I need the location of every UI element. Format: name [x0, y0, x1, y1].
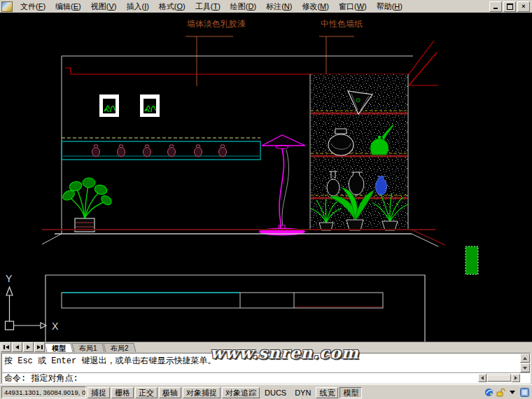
menu-dimension[interactable]: 标注(N) — [261, 0, 297, 13]
status-toggle-snap[interactable]: 捕捉 — [88, 387, 110, 398]
display-cabinet — [310, 74, 409, 230]
status-toggle-polar[interactable]: 极轴 — [159, 387, 181, 398]
picture-frames — [99, 94, 160, 117]
status-toggle-lwt[interactable]: 线宽 — [316, 387, 338, 398]
menu-draw[interactable]: 绘图(D) — [225, 0, 261, 13]
status-toggle-model[interactable]: 模型 — [340, 387, 362, 398]
scroll-down-icon[interactable] — [520, 363, 530, 372]
status-toggle-grid[interactable]: 栅格 — [111, 387, 134, 398]
annotation-left: 墙体淡色乳胶漆 — [186, 19, 246, 86]
status-toggle-ducs[interactable]: DUCS — [261, 387, 290, 398]
svg-text:中性色墙纸: 中性色墙纸 — [321, 19, 363, 29]
tab-layout2[interactable]: 布局2 — [103, 343, 136, 353]
tab-nav-first-icon[interactable] — [1, 342, 11, 352]
command-prompt[interactable]: 命令: 指定对角点: — [2, 372, 478, 384]
close-icon: × — [522, 4, 525, 10]
scroll-left-icon[interactable] — [478, 374, 486, 382]
app-icon — [1, 1, 13, 12]
menu-tools[interactable]: 工具(T) — [190, 0, 225, 13]
svg-text:X: X — [52, 321, 59, 332]
menu-modify[interactable]: 修改(M) — [297, 0, 334, 13]
menu-view[interactable]: 视图(V) — [86, 0, 122, 13]
layout-tab-bar: 模型 布局1 布局2 — [0, 342, 532, 353]
ucs-icon: Y X — [6, 273, 59, 332]
menu-format[interactable]: 格式(O) — [154, 0, 190, 13]
tab-nav-last-icon[interactable] — [34, 342, 45, 352]
menu-edit[interactable]: 编辑(E) — [50, 0, 86, 13]
tab-model[interactable]: 模型 — [44, 343, 73, 353]
tab-layout1[interactable]: 布局1 — [71, 343, 104, 353]
restore-button[interactable] — [503, 1, 516, 12]
green-hatch-patch — [465, 246, 478, 274]
floor-lamp — [259, 135, 305, 236]
svg-text:墙体淡色乳胶漆: 墙体淡色乳胶漆 — [187, 19, 246, 29]
command-vscrollbar[interactable] — [520, 354, 530, 372]
menu-file[interactable]: 文件(F) — [15, 0, 50, 13]
coordinate-readout[interactable]: 44931.1301, 36084.9019, 0.0000 — [1, 386, 86, 398]
floor-lines — [42, 230, 445, 246]
drawing-canvas[interactable]: 墙体淡色乳胶漆 中性色墙纸 — [0, 13, 532, 342]
menu-window[interactable]: 窗口(W) — [334, 0, 372, 13]
command-window: 按 Esc 或 Enter 键退出，或单击右键显示快捷菜单。 命令: 指定对角点… — [0, 352, 532, 384]
tab-nav-next-icon[interactable] — [23, 342, 34, 352]
status-bar: 44931.1301, 36084.9019, 0.0000 捕捉 栅格 正交 … — [0, 384, 532, 399]
unlock-icon[interactable] — [496, 388, 505, 398]
display-shelf — [62, 138, 260, 160]
plan-view — [46, 275, 425, 342]
communication-center-icon[interactable] — [484, 388, 493, 398]
left-plant — [61, 178, 113, 232]
svg-text:Y: Y — [6, 273, 13, 284]
tab-nav-prev-icon[interactable] — [12, 342, 22, 352]
clean-screen-icon[interactable] — [519, 388, 529, 398]
menu-help[interactable]: 帮助(H) — [372, 0, 407, 13]
minimize-icon — [493, 8, 498, 9]
tray-dropdown-icon[interactable] — [507, 388, 517, 398]
scroll-right-icon[interactable] — [512, 374, 520, 382]
restore-icon — [507, 4, 513, 10]
status-toggle-osnap[interactable]: 对象捕捉 — [183, 387, 220, 398]
status-toggle-dyn[interactable]: DYN — [291, 387, 314, 398]
status-toggle-otrack[interactable]: 对象追踪 — [222, 387, 260, 398]
scroll-up-icon[interactable] — [520, 354, 530, 363]
close-button[interactable]: × — [517, 1, 530, 12]
menu-bar: 文件(F) 编辑(E) 视图(V) 插入(I) 格式(O) 工具(T) 绘图(D… — [0, 0, 532, 13]
status-toggle-ortho[interactable]: 正交 — [135, 387, 158, 398]
autocad-window: 文件(F) 编辑(E) 视图(V) 插入(I) 格式(O) 工具(T) 绘图(D… — [0, 0, 532, 399]
menu-insert[interactable]: 插入(I) — [121, 0, 153, 13]
minimize-button[interactable] — [489, 1, 502, 12]
command-hscrollbar[interactable] — [478, 374, 520, 382]
command-history[interactable]: 按 Esc 或 Enter 键退出，或单击右键显示快捷菜单。 — [2, 354, 520, 372]
hscroll-thumb[interactable] — [487, 374, 511, 382]
